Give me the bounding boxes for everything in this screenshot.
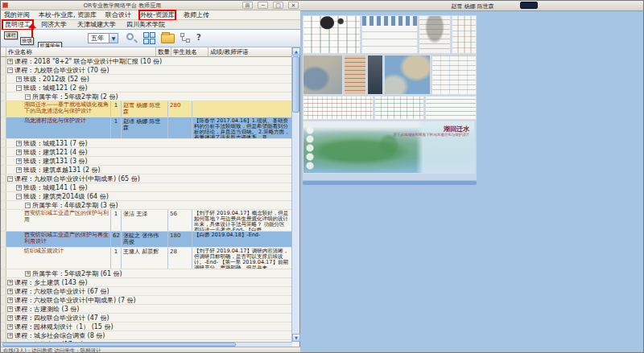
row-gutter: [1, 66, 6, 74]
minimize-button[interactable]: ─: [258, 2, 268, 9]
tree-row[interactable]: +课程：六校联合毕业设计(中期成果) (7 份): [1, 296, 292, 305]
maximize-button[interactable]: ▢: [273, 2, 283, 9]
tree-row[interactable]: +课程：六校联合毕业设计 (67 份): [1, 287, 292, 296]
board-thumbnail[interactable]: [303, 96, 374, 120]
board-thumbnail[interactable]: [384, 55, 431, 95]
expand-icon[interactable]: +: [7, 59, 13, 64]
tree-row[interactable]: +所属学年：5年级2学期 (61 份): [1, 269, 292, 278]
tree-row[interactable]: −课程：九校联合毕业设计 (70 份): [1, 66, 292, 75]
assignment-score: [168, 117, 192, 138]
tree-indent: [6, 139, 15, 140]
tree-row[interactable]: −所属学年：4年级2学期 (3 份): [1, 201, 292, 210]
collapse-icon[interactable]: −: [25, 203, 31, 208]
menu-item-5[interactable]: 教师上传: [184, 11, 209, 19]
board-main-render[interactable]: 湖回迁水 基于就地城镇化视角下的乌龙浦活化与保护设计: [303, 121, 475, 174]
tree-row[interactable]: +班级：城规131 (7 份): [1, 139, 292, 148]
scroll-down-icon[interactable]: ▼: [292, 334, 300, 342]
school-tab-4[interactable]: 四川美术学院: [125, 21, 167, 29]
board-thumbnail[interactable]: [303, 15, 361, 54]
assignment-row[interactable]: 西安纺织城工业遗产区的保护与利用1张洁 王泽56【刘子轩 2019.04.17】…: [1, 210, 292, 232]
year-select[interactable]: 五年 ▼: [88, 33, 118, 43]
collapse-icon[interactable]: −: [16, 194, 22, 199]
expand-icon[interactable]: +: [25, 271, 31, 277]
expand-icon[interactable]: +: [7, 280, 13, 285]
viewer-action-button[interactable]: [520, 2, 538, 9]
collapse-icon[interactable]: −: [16, 85, 22, 91]
tree-row[interactable]: +课程：乡土建筑 (143 份): [1, 278, 292, 287]
expand-icon[interactable]: +: [16, 141, 22, 146]
expand-icon[interactable]: +: [7, 315, 13, 321]
menu-item-1[interactable]: 我的评阅: [4, 11, 30, 19]
status-bar: 在线(3人)：访问教师 访问学生：陈精设计: [1, 347, 300, 353]
close-button[interactable]: ✕: [288, 2, 299, 9]
expand-icon[interactable]: +: [7, 289, 13, 294]
tree-row[interactable]: +班级：建筑121 (4 份): [1, 148, 292, 157]
board-thumbnail[interactable]: [419, 15, 451, 54]
expand-icon[interactable]: +: [7, 298, 13, 303]
tree-row[interactable]: +课程：四校联合毕业设计 (47 份): [1, 314, 292, 322]
tree-row[interactable]: −班级：城规121 (2 份): [1, 84, 292, 92]
menu-item-4[interactable]: 外校-资源库: [140, 11, 175, 19]
annotation-arrow-head: [28, 23, 36, 28]
tree-row[interactable]: +课程：城乡社会综合调查 (8 份): [1, 331, 292, 340]
menu-item-2[interactable]: 本校-作业库, 资源库: [39, 11, 97, 19]
tree-row[interactable]: −所属学年：5年级2学期 (2 份): [1, 92, 292, 101]
school-tab-2[interactable]: 同济大学: [39, 21, 68, 29]
expand-icon[interactable]: +: [16, 185, 22, 191]
row-gutter: [1, 269, 6, 277]
header-student-names[interactable]: 学生姓名: [171, 47, 208, 56]
expand-icon[interactable]: +: [7, 333, 13, 339]
board-thumbnail[interactable]: [452, 15, 477, 54]
vertical-scrollbar[interactable]: ▲ ▼: [291, 47, 299, 342]
board-thumbnail[interactable]: [431, 55, 477, 95]
expand-icon[interactable]: +: [16, 76, 22, 82]
board-thumbnail[interactable]: [367, 55, 383, 95]
header-score-comment[interactable]: 成绩/教师评语: [208, 47, 292, 56]
expand-icon[interactable]: +: [7, 306, 13, 312]
expand-icon[interactable]: +: [16, 158, 22, 164]
header-assignment-name[interactable]: 作业名称: [6, 47, 156, 56]
folder-icon[interactable]: [161, 34, 175, 43]
tree-row[interactable]: +班级：建筑卓越131 (2 份): [1, 166, 292, 174]
tree-row[interactable]: +课程：2018 "8+2" 联合毕业设计中期汇报 (10 份): [1, 57, 292, 66]
board-thumbnail[interactable]: [374, 96, 424, 120]
grid-view-icon[interactable]: [143, 32, 155, 44]
title-bar[interactable]: OR专业教学网络平台 教师应用 ⊞ ─ ▢ ✕: [1, 1, 300, 10]
tree-row[interactable]: +课程：古建测绘 (3 份): [1, 305, 292, 314]
school-tab-3[interactable]: 天津城建大学: [76, 21, 118, 29]
expand-icon[interactable]: +: [16, 167, 22, 173]
tree-row-label: 班级：2012级 (52 份): [23, 75, 89, 84]
tree-row[interactable]: +班级：建筑131 (3 份): [1, 157, 292, 166]
board-thumbnail[interactable]: [344, 55, 366, 95]
board-thumbnail[interactable]: [303, 55, 343, 95]
board-thumbnail[interactable]: [361, 15, 418, 54]
teacher-comment: 【刘子轩 2019.04.17】调研内容清晰，但调研目标明确，是否可以支撑后续设…: [192, 248, 292, 269]
tree-row[interactable]: +班级：城规141 (1 份): [1, 183, 292, 192]
header-quantity[interactable]: 数量: [156, 47, 171, 56]
tree-row[interactable]: −班级：建筑类2014级 (64 份): [1, 192, 292, 201]
collapse-icon[interactable]: −: [7, 68, 13, 73]
tree-view-icon[interactable]: [180, 32, 192, 44]
search-lens: [126, 33, 134, 40]
menu-item-3[interactable]: 联合设计: [105, 11, 131, 19]
tree-row[interactable]: +课程：园林规划设计（1） (15 份): [1, 322, 292, 331]
tree-row[interactable]: +班级：2012级 (52 份): [1, 75, 292, 84]
collapse-icon[interactable]: −: [7, 176, 13, 182]
scrollbar-thumb[interactable]: [292, 56, 299, 113]
assignment-row[interactable]: 湖回迁水——基于就地城镇化视角下的乌龙浦活化与保护设计1赵雪 杨娜 陈世森280: [1, 101, 292, 117]
assignment-row[interactable]: 纺织城景观设计1王墉人 郝晨辉28【刘子轩 2019.04.17】调研内容清晰，…: [1, 248, 292, 269]
help-icon[interactable]: ?: [196, 33, 201, 42]
row-gutter: [1, 201, 6, 209]
chevron-down-icon[interactable]: ▼: [109, 34, 118, 43]
expand-icon[interactable]: +: [7, 324, 13, 330]
scroll-up-icon[interactable]: ▲: [292, 47, 300, 55]
board-thumbnail[interactable]: [425, 96, 477, 120]
collapse-icon[interactable]: −: [25, 94, 31, 100]
tree-row[interactable]: −课程：九校联合毕业设计(中期成果) (65 份): [1, 174, 292, 183]
layout-icon[interactable]: ⊞: [242, 2, 253, 9]
collage-selection-bar[interactable]: [303, 181, 477, 185]
search-icon[interactable]: [126, 32, 138, 44]
expand-icon[interactable]: +: [16, 150, 22, 155]
assignment-row[interactable]: 乌龙浦村活化与保护设计1赵璟 杨娜 陈世森【陈春华 2017.04.16】1.现…: [1, 117, 292, 139]
assignment-row[interactable]: 西安纺织城工业遗产的保护与再生利用设计62张靛之 张伟伟 高俊180【白骅 20…: [1, 232, 292, 248]
